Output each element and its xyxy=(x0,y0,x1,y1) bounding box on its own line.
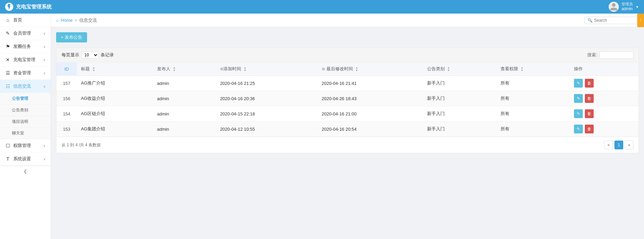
charger-arrow: ∨ xyxy=(43,58,46,62)
sidebar-item-tasks[interactable]: ⚑ 发圈任务 ∨ xyxy=(0,40,51,53)
col-title[interactable]: 标题 ▲▼ xyxy=(77,62,153,76)
sidebar-collapse-button[interactable]: ❮ xyxy=(0,166,51,177)
sidebar-item-members[interactable]: ✎ 会员管理 ∨ xyxy=(0,27,51,40)
tasks-icon: ⚑ xyxy=(5,44,11,49)
cell-id: 156 xyxy=(56,91,77,106)
table-row: 154 AG区链介绍 admin 2020-04-15 22:18 2020-0… xyxy=(56,106,639,122)
sidebar-item-settings[interactable]: T 系统设置 ∨ xyxy=(0,152,51,166)
sidebar-label-perms: 权限管理 xyxy=(13,143,43,149)
delete-button[interactable]: 🗑 xyxy=(585,79,594,88)
cell-id: 157 xyxy=(56,76,77,91)
project-desc-label: 项目说明 xyxy=(12,119,28,124)
col-mod-time[interactable]: ⊙ 最后修改时间 ▲▼ xyxy=(318,62,423,76)
table-search-control: 搜索: xyxy=(587,51,633,59)
sidebar-sub-chatroom[interactable]: 聊天室 xyxy=(0,128,51,139)
table-toolbar: 每页显示 10 25 50 100 条记录 搜索: xyxy=(56,48,639,62)
sidebar-sub-notice-type[interactable]: 公告类别 xyxy=(0,105,51,116)
col-view-perm-sort[interactable]: ▲▼ xyxy=(521,67,523,72)
edit-button[interactable]: ✎ xyxy=(574,125,583,133)
table-row: 156 AG收益介绍 admin 2020-04-16 20:36 2020-0… xyxy=(56,91,639,106)
sidebar-sub-notice-mgmt[interactable]: 公告管理 xyxy=(0,93,51,105)
user-role: 管理员 xyxy=(622,2,633,6)
cell-add-time: 2020-04-15 22:18 xyxy=(216,106,318,122)
edit-button[interactable]: ✎ xyxy=(574,94,583,103)
col-view-perm[interactable]: 查看权限 ▲▼ xyxy=(496,62,570,76)
header-search-input[interactable] xyxy=(594,18,635,23)
edit-button[interactable]: ✎ xyxy=(574,79,583,88)
notif-icon: ! xyxy=(640,19,641,22)
pagination-page-1[interactable]: 1 xyxy=(614,141,623,149)
cell-view-perm: 所有 xyxy=(496,76,570,91)
user-info: 管理员 admin ▼ xyxy=(609,2,639,12)
cell-mod-time: 2020-04-26 18:43 xyxy=(318,91,423,106)
sidebar-label-members: 会员管理 xyxy=(13,30,43,36)
perpage-label: 每页显示 xyxy=(62,52,79,58)
cell-add-time: 2020-04-16 20:36 xyxy=(216,91,318,106)
breadcrumb-sep: > xyxy=(75,18,78,23)
cell-action: ✎ 🗑 xyxy=(570,91,639,106)
main-content: ⌂ Home > 信息交流 🔍 + 发布公告 每页显示 10 xyxy=(51,14,644,239)
breadcrumb-home-link[interactable]: Home xyxy=(61,18,73,23)
sidebar-sub-project-desc[interactable]: 项目说明 xyxy=(0,116,51,128)
sidebar-item-perms[interactable]: ☐ 权限管理 ∨ xyxy=(0,139,51,152)
cell-action: ✎ 🗑 xyxy=(570,106,639,122)
content-topbar: ⌂ Home > 信息交流 🔍 xyxy=(51,14,644,27)
cell-add-time: 2020-04-12 10:55 xyxy=(216,122,318,137)
user-role-name: 管理员 admin xyxy=(622,2,633,12)
col-publisher-sort[interactable]: ▲▼ xyxy=(173,67,175,72)
delete-button[interactable]: 🗑 xyxy=(585,94,594,103)
sidebar-label-home: 首页 xyxy=(13,17,46,23)
cell-title: AG集团介绍 xyxy=(77,122,153,137)
table-info: 从 1 到 4 /共 4 条数据 xyxy=(62,142,101,148)
pagination: « 1 » xyxy=(604,141,633,149)
cell-category: 新手入门 xyxy=(423,91,496,106)
notice-mgmt-label: 公告管理 xyxy=(12,96,28,101)
cell-mod-time: 2020-04-16 21:41 xyxy=(318,76,423,91)
notice-type-label: 公告类别 xyxy=(12,108,28,112)
edit-button[interactable]: ✎ xyxy=(574,109,583,118)
breadcrumb-current: 信息交流 xyxy=(79,17,97,23)
table-body: 157 AG推广介绍 admin 2020-04-16 21:25 2020-0… xyxy=(56,76,639,137)
table-search-label: 搜索: xyxy=(587,52,597,58)
sidebar-item-info[interactable]: ☷ 信息交流 ∧ xyxy=(0,80,51,93)
data-table: ID 标题 ▲▼ 发布人 ▲▼ ⊙添加时间 xyxy=(56,62,639,137)
cell-category: 新手入门 xyxy=(423,106,496,122)
app-title: 充电宝管理系统 xyxy=(16,4,52,10)
user-dropdown-icon[interactable]: ▼ xyxy=(635,5,639,9)
perpage-select[interactable]: 10 25 50 100 xyxy=(81,51,99,59)
col-title-sort[interactable]: ▲▼ xyxy=(92,67,95,72)
sidebar-item-finance[interactable]: ☰ 资金管理 ∨ xyxy=(0,67,51,80)
sidebar-label-tasks: 发圈任务 xyxy=(13,43,43,50)
layout: ⌂ 首页 ✎ 会员管理 ∨ ⚑ 发圈任务 ∨ ✕ 充电宝管理 ∨ ☰ 资金管理 … xyxy=(0,14,644,239)
delete-button[interactable]: 🗑 xyxy=(585,109,594,118)
info-arrow: ∧ xyxy=(43,85,46,88)
sidebar-sub-info: 公告管理 公告类别 项目说明 聊天室 xyxy=(0,93,51,139)
finance-arrow: ∨ xyxy=(43,71,46,75)
table-row: 153 AG集团介绍 admin 2020-04-12 10:55 2020-0… xyxy=(56,122,639,137)
page-body: + 发布公告 每页显示 10 25 50 100 条记录 xyxy=(51,27,644,239)
sidebar-label-info: 信息交流 xyxy=(13,83,43,89)
perpage-unit: 条记录 xyxy=(101,52,114,58)
table-card: 每页显示 10 25 50 100 条记录 搜索: xyxy=(56,48,639,153)
sidebar-item-charger[interactable]: ✕ 充电宝管理 ∨ xyxy=(0,53,51,67)
pagination-next[interactable]: » xyxy=(625,141,633,149)
publish-button[interactable]: + 发布公告 xyxy=(56,32,87,42)
perms-arrow: ∨ xyxy=(43,144,46,148)
sidebar: ⌂ 首页 ✎ 会员管理 ∨ ⚑ 发圈任务 ∨ ✕ 充电宝管理 ∨ ☰ 资金管理 … xyxy=(0,14,51,239)
sidebar-item-home[interactable]: ⌂ 首页 xyxy=(0,14,51,27)
pagination-prev[interactable]: « xyxy=(604,141,613,149)
delete-button[interactable]: 🗑 xyxy=(585,125,594,133)
col-add-time[interactable]: ⊙添加时间 ▲▼ xyxy=(216,62,318,76)
header-search-box[interactable]: 🔍 xyxy=(584,17,639,24)
cell-add-time: 2020-04-16 21:25 xyxy=(216,76,318,91)
tasks-arrow: ∨ xyxy=(43,45,46,49)
finance-icon: ☰ xyxy=(5,70,11,76)
col-publisher[interactable]: 发布人 ▲▼ xyxy=(153,62,216,76)
table-search-input[interactable] xyxy=(599,51,633,59)
breadcrumb-home-icon: ⌂ xyxy=(56,18,59,23)
col-mod-time-sort[interactable]: ▲▼ xyxy=(355,67,358,72)
col-category[interactable]: 公告类别 ▲▼ xyxy=(423,62,496,76)
col-add-time-sort[interactable]: ▲▼ xyxy=(244,67,247,72)
notification-badge[interactable]: ! xyxy=(637,14,644,27)
col-category-sort[interactable]: ▲▼ xyxy=(447,67,450,72)
